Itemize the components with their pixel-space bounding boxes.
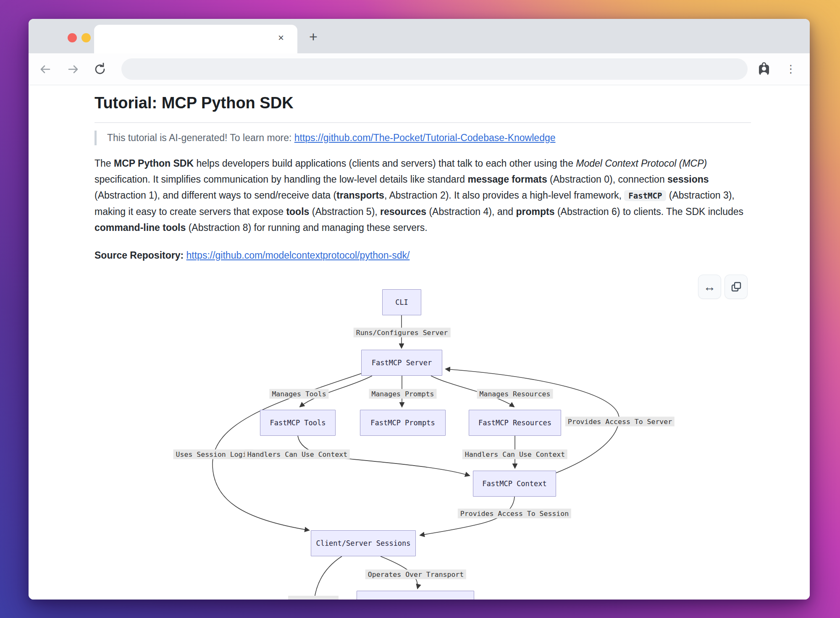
diagram-node-client-server-sessions: Client/Server Sessions: [311, 530, 416, 556]
menu-button[interactable]: ⋮: [783, 62, 798, 77]
edge-context-server: [446, 369, 619, 474]
edge-sessions-transport: [381, 556, 418, 589]
profile-button[interactable]: [756, 62, 772, 77]
forward-button[interactable]: [66, 62, 81, 77]
intro-paragraph: The MCP Python SDK helps developers buil…: [94, 155, 751, 236]
diagram-node-fastmcp-context: FastMCP Context: [473, 471, 556, 497]
diagram-node-fastmcp-tools: FastMCP Tools: [260, 410, 336, 436]
tab-close-icon[interactable]: ×: [275, 32, 287, 44]
diagram-node-transport-partial: [357, 591, 474, 600]
back-arrow-icon: [39, 63, 52, 76]
node-label: FastMCP Server: [372, 359, 432, 367]
edge-label-manages-resources: Manages Resources: [477, 389, 553, 399]
edge-context-sessions: [420, 497, 514, 535]
edge-label-stub: [288, 596, 339, 600]
edge-label-manages-tools: Manages Tools: [269, 389, 328, 399]
diagram-expand-button[interactable]: ↔: [698, 275, 721, 299]
back-button[interactable]: [38, 62, 53, 77]
source-repository-link[interactable]: https://github.com/modelcontextprotocol/…: [186, 250, 410, 261]
edge-label-operates-over-transport: Operates Over Transport: [365, 570, 466, 579]
copy-icon: [731, 281, 742, 292]
window-close-button[interactable]: [68, 33, 77, 42]
reload-button[interactable]: [92, 62, 108, 77]
diagram-copy-button[interactable]: [724, 275, 748, 299]
edge-label-manages-prompts: Manages Prompts: [369, 389, 436, 399]
node-label: FastMCP Tools: [270, 419, 326, 427]
forward-arrow-icon: [67, 63, 79, 76]
edge-label-runs-configures-server: Runs/Configures Server: [354, 328, 451, 338]
reload-icon: [93, 63, 107, 76]
tutorial-codebase-link[interactable]: https://github.com/The-Pocket/Tutorial-C…: [294, 132, 556, 143]
edge-sessions-left-down: [314, 556, 342, 600]
edge-server-resources: [431, 376, 514, 407]
diagram-node-fastmcp-resources: FastMCP Resources: [469, 410, 561, 436]
url-bar[interactable]: [121, 58, 748, 80]
browser-toolbar: ⋮: [29, 53, 810, 85]
node-label: Client/Server Sessions: [316, 539, 410, 547]
edge-label-handlers-can-use-context-left: Handlers Can Use Context: [245, 450, 350, 459]
edge-server-tools: [300, 376, 372, 407]
node-label: FastMCP Prompts: [370, 419, 435, 427]
edge-server-sessions: [213, 373, 362, 530]
divider: [94, 122, 751, 123]
profile-badge-icon: [757, 62, 771, 76]
diagram-node-fastmcp-prompts: FastMCP Prompts: [360, 410, 446, 436]
tab-strip: × +: [29, 19, 810, 53]
notice-text: This tutorial is AI-generated! To learn …: [107, 132, 294, 143]
source-repository-line: Source Repository: https://github.com/mo…: [94, 250, 751, 261]
node-label: CLI: [395, 298, 408, 306]
node-label: FastMCP Context: [482, 479, 547, 488]
edge-label-provides-access-to-session: Provides Access To Session: [458, 509, 571, 518]
edge-tools-context: [298, 436, 470, 476]
source-repository-label: Source Repository:: [94, 250, 186, 261]
edge-label-provides-access-to-server: Provides Access To Server: [565, 417, 675, 427]
ai-generated-notice: This tutorial is AI-generated! To learn …: [94, 131, 751, 145]
page-content: Tutorial: MCP Python SDK This tutorial i…: [29, 85, 810, 600]
window-minimize-button[interactable]: [81, 33, 91, 42]
edge-label-uses-session-logic: Uses Session Logic: [173, 450, 254, 459]
page-title: Tutorial: MCP Python SDK: [94, 93, 751, 113]
edge-label-handlers-can-use-context-right: Handlers Can Use Context: [462, 450, 567, 459]
new-tab-button[interactable]: +: [307, 31, 320, 43]
pan-horizontal-icon: ↔: [704, 280, 716, 294]
node-label: FastMCP Resources: [478, 419, 551, 427]
diagram-node-cli: CLI: [382, 289, 421, 315]
diagram-node-fastmcp-server: FastMCP Server: [361, 350, 442, 376]
browser-tab[interactable]: ×: [94, 25, 297, 53]
browser-window: × + ⋮ Tutorial: MCP Python SDK: [29, 19, 810, 600]
